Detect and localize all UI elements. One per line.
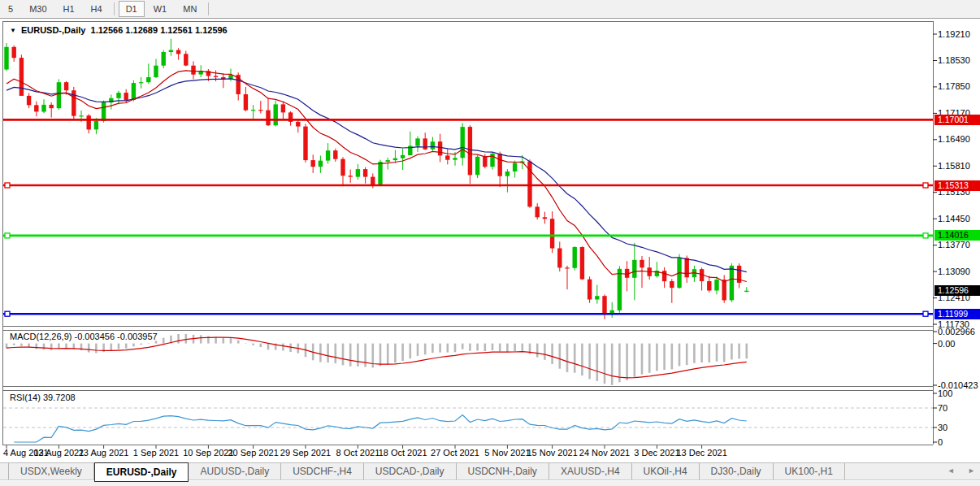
mt4-window: 5M30H1H4D1W1MN ▼EURUSD-,Daily 1.12566 1.… — [0, 0, 980, 486]
candle-body — [146, 77, 150, 82]
candle-body — [139, 82, 143, 83]
candle-body — [191, 66, 195, 75]
candle-body — [4, 47, 8, 70]
price-badge: 1.15313 — [934, 180, 980, 191]
price-tick-label: 1.13770 — [938, 240, 970, 250]
chart-canvas[interactable] — [0, 0, 980, 486]
candle-body — [714, 280, 718, 290]
candle-body — [12, 47, 16, 58]
candle-body — [498, 154, 502, 176]
candle-body — [415, 138, 419, 145]
candle-body — [557, 249, 562, 268]
candle-body — [87, 115, 91, 129]
candle-body — [536, 206, 540, 217]
line-handle[interactable] — [923, 311, 928, 316]
candle-body — [505, 171, 510, 176]
date-tick-label: 13 Aug 2021 — [33, 448, 84, 458]
candle-body — [34, 105, 38, 111]
tab-scroll-right-icon[interactable]: ► — [968, 466, 975, 475]
candle-body — [176, 50, 180, 54]
candle-body — [50, 105, 54, 108]
candle-body — [618, 269, 622, 310]
macd-tick-label: 0.002966 — [938, 327, 975, 336]
line-handle[interactable] — [5, 183, 10, 188]
candle-body — [57, 82, 61, 108]
rsi-line — [14, 415, 747, 443]
candle-body — [363, 169, 367, 177]
candle-body — [640, 260, 644, 268]
candle-body — [438, 141, 442, 155]
candle-body — [707, 281, 711, 291]
candle-body — [349, 176, 353, 176]
line-handle[interactable] — [5, 311, 10, 316]
line-handle[interactable] — [5, 233, 10, 238]
date-tick-label: 10 Sep 2021 — [183, 448, 233, 458]
candle-body — [730, 266, 734, 301]
candle-body — [445, 155, 449, 159]
price-tick-label: 1.16490 — [938, 134, 970, 144]
candle-body — [281, 104, 285, 112]
tab-scroll-left-icon[interactable]: ◄ — [947, 466, 955, 475]
candle-body — [132, 83, 136, 100]
candle-body — [588, 280, 592, 300]
candle-body — [41, 105, 46, 112]
candle-body — [102, 102, 106, 121]
date-tick-label: 8 Oct 2021 — [336, 448, 379, 458]
candle-body — [333, 150, 337, 159]
price-tick-label: 1.18530 — [938, 55, 970, 65]
rsi-tick-label: 70 — [938, 403, 947, 413]
date-tick-label: 29 Sep 2021 — [280, 448, 331, 458]
candle-body — [251, 110, 255, 111]
rsi-tick-label: 0 — [938, 437, 943, 447]
candle-body — [274, 104, 278, 125]
macd-tick-label: 0.00 — [938, 339, 955, 349]
candle-body — [602, 296, 606, 315]
candle-body — [94, 121, 98, 130]
candle-body — [244, 94, 248, 111]
candle-body — [303, 127, 307, 161]
rsi-tick-label: 30 — [938, 423, 947, 432]
macd-label: MACD(12,26,9) -0.003456 -0.003957 — [10, 332, 158, 341]
candle-body — [483, 157, 487, 167]
candle-body — [475, 157, 479, 175]
chart-dropdown-icon[interactable]: ▼ — [10, 27, 16, 34]
candle-body — [154, 66, 158, 77]
candle-body — [461, 127, 465, 158]
rsi-label: RSI(14) 39.7208 — [10, 393, 76, 402]
candle-body — [296, 122, 300, 127]
candle-body — [319, 161, 323, 167]
candle-body — [64, 82, 68, 90]
date-tick-label: 20 Sep 2021 — [228, 448, 278, 458]
candle-body — [184, 54, 188, 65]
price-tick-label: 1.13090 — [938, 267, 970, 276]
price-tick-label: 1.19210 — [938, 29, 970, 39]
candle-body — [326, 150, 330, 160]
candle-body — [356, 169, 360, 177]
candle-body — [124, 93, 128, 100]
candle-body — [378, 162, 382, 185]
tab-scroll-arrows: ◄ ► — [936, 466, 975, 475]
date-tick-label: 27 Oct 2021 — [431, 448, 479, 458]
candle-body — [214, 76, 218, 77]
candle-body — [20, 58, 24, 96]
candle-body — [453, 158, 457, 159]
candle-body — [401, 155, 405, 158]
line-handle[interactable] — [923, 233, 928, 238]
candle-body — [169, 50, 173, 52]
date-tick-label: 15 Nov 2021 — [527, 448, 577, 458]
candle-body — [266, 111, 270, 126]
line-handle[interactable] — [923, 183, 928, 188]
candle-body — [580, 247, 584, 280]
date-tick-label: 3 Dec 2021 — [634, 448, 679, 458]
candle-body — [116, 93, 120, 98]
candle-body — [468, 127, 472, 175]
candle-body — [632, 260, 636, 278]
date-tick-label: 18 Oct 2021 — [379, 448, 427, 458]
price-tick-label: 1.14450 — [938, 214, 970, 223]
candle-body — [258, 110, 262, 111]
candle-body — [722, 280, 726, 300]
candle-body — [670, 281, 674, 288]
candle-body — [79, 115, 83, 116]
price-badge: 1.11999 — [934, 309, 980, 319]
chart-tab-eurusd-daily[interactable]: EURUSD-,Daily — [94, 462, 189, 482]
